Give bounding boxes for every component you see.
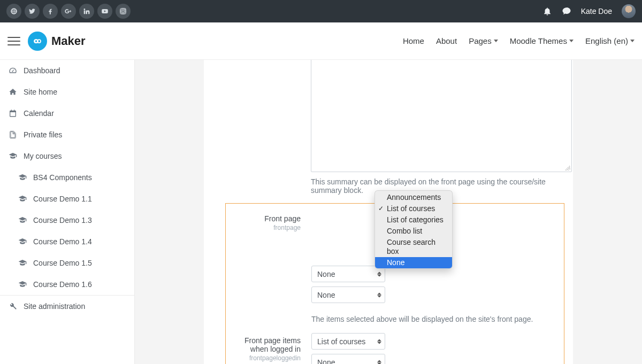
dropdown-option[interactable]: List of categories: [375, 214, 452, 226]
sidebar-dashboard[interactable]: Dashboard: [0, 60, 134, 81]
navbar: Maker Home About Pages Moodle Themes Eng…: [0, 22, 642, 60]
nav-themes[interactable]: Moodle Themes: [510, 36, 574, 45]
nav-language[interactable]: English (en): [585, 36, 635, 45]
caret-down-icon: [630, 40, 635, 42]
graduation-cap-icon: [18, 259, 27, 267]
sidebar-label: Course Demo 1.4: [33, 237, 92, 246]
sidebar-label: Course Demo 1.3: [33, 216, 92, 224]
file-icon: [9, 130, 17, 139]
sidebar-label: Private files: [24, 130, 62, 139]
graduation-cap-icon: [18, 173, 27, 182]
sidebar-label: Site administration: [24, 302, 85, 311]
instagram-icon[interactable]: [116, 4, 131, 19]
linkedin-icon[interactable]: [79, 4, 94, 19]
caret-down-icon: [494, 40, 498, 42]
brand[interactable]: Maker: [28, 32, 86, 51]
graduation-cap-icon: [18, 280, 27, 289]
frontpage-select-4[interactable]: None: [311, 286, 385, 303]
sidebar-calendar[interactable]: Calendar: [0, 103, 134, 124]
home-icon: [9, 88, 17, 96]
avatar[interactable]: [622, 4, 636, 18]
sidebar-label: Course Demo 1.1: [33, 195, 92, 203]
sidebar: Dashboard Site home Calendar Private fil…: [0, 60, 135, 364]
dropdown-option[interactable]: Announcements: [375, 191, 452, 203]
main-nav: Home About Pages Moodle Themes English (…: [403, 36, 635, 45]
globe-icon[interactable]: [6, 4, 21, 19]
social-links: [6, 4, 131, 19]
sidebar-label: BS4 Components: [33, 173, 92, 182]
sidebar-siteadmin[interactable]: Site administration: [0, 296, 134, 317]
graduation-cap-icon: [18, 195, 27, 203]
loggedin-select-1[interactable]: List of courses: [311, 333, 385, 350]
username[interactable]: Kate Doe: [581, 7, 612, 16]
svg-point-0: [122, 10, 124, 12]
sidebar-label: Course Demo 1.5: [33, 259, 92, 267]
sidebar-course[interactable]: Course Demo 1.3: [0, 210, 134, 231]
frontpage-hint: The items selected above will be display…: [311, 315, 557, 323]
graduation-cap-icon: [9, 152, 17, 160]
topbar: Kate Doe: [0, 0, 642, 22]
loggedin-label: Front page items when logged in: [232, 336, 301, 353]
messages-icon[interactable]: [562, 6, 571, 16]
frontpage-label: Front page: [232, 214, 301, 223]
select-dropdown: Announcements List of courses List of ca…: [374, 190, 453, 269]
loggedin-key: frontpageloggedin: [232, 354, 301, 362]
brand-name: Maker: [51, 34, 86, 48]
sidebar-course[interactable]: Course Demo 1.5: [0, 252, 134, 274]
calendar-icon: [9, 109, 17, 118]
notifications-icon[interactable]: [542, 6, 552, 16]
loggedin-select-2[interactable]: None: [311, 354, 385, 364]
menu-toggle[interactable]: [5, 33, 22, 50]
dropdown-option[interactable]: Course search box: [375, 237, 452, 257]
wrench-icon: [9, 302, 17, 311]
sidebar-sitehome[interactable]: Site home: [0, 81, 134, 103]
sidebar-course[interactable]: Course Demo 1.1: [0, 188, 134, 210]
sidebar-mycourses[interactable]: My courses: [0, 145, 134, 167]
nav-home[interactable]: Home: [403, 36, 424, 45]
googleplus-icon[interactable]: [61, 4, 76, 19]
dropdown-option[interactable]: None: [375, 257, 452, 268]
sidebar-course[interactable]: Course Demo 1.4: [0, 231, 134, 252]
frontpage-key: frontpage: [232, 224, 301, 231]
sidebar-label: Site home: [24, 88, 57, 96]
sidebar-label: Dashboard: [24, 66, 60, 75]
nav-about[interactable]: About: [436, 36, 457, 45]
graduation-cap-icon: [18, 237, 27, 246]
facebook-icon[interactable]: [43, 4, 58, 19]
tachometer-icon: [9, 66, 17, 75]
sidebar-label: Calendar: [24, 109, 54, 118]
sidebar-course[interactable]: Course Demo 1.6: [0, 274, 134, 295]
youtube-icon[interactable]: [97, 4, 112, 19]
twitter-icon[interactable]: [25, 4, 40, 19]
nav-pages[interactable]: Pages: [469, 36, 498, 45]
frontpage-select-3[interactable]: None: [311, 266, 385, 282]
sidebar-privatefiles[interactable]: Private files: [0, 124, 134, 145]
dropdown-option[interactable]: Combo list: [375, 226, 452, 237]
caret-down-icon: [569, 40, 574, 42]
dropdown-option[interactable]: List of courses: [375, 203, 452, 214]
content-area: This summary can be displayed on the fro…: [135, 60, 642, 364]
brand-logo-icon: [28, 32, 47, 51]
graduation-cap-icon: [18, 216, 27, 224]
sidebar-label: My courses: [24, 152, 62, 160]
summary-textarea[interactable]: [311, 60, 572, 172]
sidebar-label: Course Demo 1.6: [33, 280, 92, 289]
sidebar-course[interactable]: BS4 Components: [0, 167, 134, 188]
topbar-right: Kate Doe: [542, 4, 636, 18]
